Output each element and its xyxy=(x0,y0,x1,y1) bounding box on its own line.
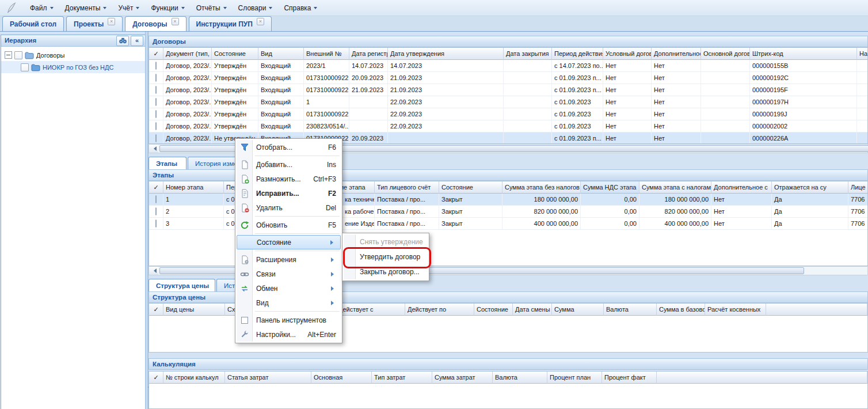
menu-item-extensions[interactable]: Расширения xyxy=(237,252,341,267)
node-checkbox[interactable] xyxy=(14,51,22,59)
column-header[interactable]: Дата утверждения xyxy=(388,48,504,60)
row-checkbox[interactable] xyxy=(155,219,157,228)
row-checkbox[interactable] xyxy=(155,86,157,94)
column-header[interactable]: Тип лицевого счёт xyxy=(375,181,439,194)
column-header[interactable]: № строки калькул xyxy=(163,372,225,384)
table-row[interactable]: Договор, 2023/...УтверждёнВходящий2023/1… xyxy=(149,60,867,72)
column-header[interactable]: Состояние xyxy=(474,304,513,316)
row-checkbox[interactable] xyxy=(155,122,157,130)
menu-help[interactable]: Справка xyxy=(278,2,323,14)
menu-item-settings[interactable]: Настройки... Alt+Enter xyxy=(237,327,341,342)
column-header[interactable]: Расчёт косвенных xyxy=(705,304,766,316)
menu-item-refresh[interactable]: Обновить F5 xyxy=(237,218,341,232)
table-row[interactable]: Договор, 2023/...УтверждёнВходящий122.09… xyxy=(149,96,867,108)
menu-item-filter[interactable]: Отобрать... F6 xyxy=(237,140,341,154)
menu-item-links[interactable]: Связи xyxy=(237,267,341,281)
menu-file[interactable]: Файл xyxy=(24,2,59,14)
tab-instructions-pup[interactable]: Инструкции ПУП xyxy=(189,16,272,31)
row-checkbox[interactable] xyxy=(155,74,157,82)
scroll-left-button[interactable] xyxy=(149,267,158,275)
column-header[interactable]: Налог xyxy=(857,48,868,60)
menu-reports[interactable]: Отчёты xyxy=(191,2,233,14)
close-icon[interactable] xyxy=(172,18,179,25)
menu-item-edit[interactable]: Исправить... F2 xyxy=(237,186,341,200)
check-column-header[interactable]: ✓ xyxy=(149,181,163,194)
column-header[interactable]: Валюта xyxy=(604,304,657,316)
menubar: Файл Документы Учёт Функции Отчёты Слова… xyxy=(0,0,868,16)
check-column-header[interactable]: ✓ xyxy=(149,372,163,384)
column-header[interactable]: Статья затрат xyxy=(225,372,311,384)
column-header[interactable]: Вид цены xyxy=(163,304,225,316)
column-header[interactable]: Действует с xyxy=(336,304,405,316)
row-checkbox[interactable] xyxy=(155,110,157,118)
column-header[interactable]: Процент факт xyxy=(602,372,657,384)
row-checkbox[interactable] xyxy=(155,207,157,215)
column-header[interactable]: Дата закрытия xyxy=(504,48,552,60)
menu-item-view[interactable]: Вид xyxy=(237,296,341,310)
close-icon[interactable] xyxy=(108,18,115,25)
column-header[interactable]: Отражается на су xyxy=(772,181,848,194)
menu-functions[interactable]: Функции xyxy=(145,2,190,14)
column-header[interactable]: Действует по xyxy=(405,304,474,316)
column-header[interactable]: Валюта xyxy=(493,372,547,384)
column-header[interactable]: Внешний № xyxy=(304,48,349,60)
tab-price-structure[interactable]: Структура цены xyxy=(149,279,215,292)
table-row[interactable]: Договор, 2023/...УтверждёнВходящий017310… xyxy=(149,108,867,120)
column-header[interactable]: Дата регистрации. xyxy=(349,48,388,60)
column-header-sorted[interactable]: Сумма НДС этапа xyxy=(581,181,639,194)
row-checkbox[interactable] xyxy=(155,134,157,142)
tree-node-niokr[interactable]: НИОКР по ГОЗ без НДС xyxy=(1,61,145,73)
column-header[interactable]: Процент план xyxy=(547,372,602,384)
column-header[interactable]: Состояние xyxy=(212,48,258,60)
tree-node-contracts[interactable]: Договоры xyxy=(1,49,145,61)
menu-accounting[interactable]: Учёт xyxy=(112,2,145,14)
row-checkbox[interactable] xyxy=(155,195,157,203)
column-header[interactable]: Дата смены состоя xyxy=(513,304,552,316)
column-header[interactable]: Тип затрат xyxy=(372,372,432,384)
column-header[interactable]: Сумма этапа с налогами xyxy=(639,181,711,194)
column-header[interactable]: Условный договор xyxy=(603,48,652,60)
column-header[interactable]: Вид xyxy=(258,48,304,60)
column-header[interactable]: Документ (тип, № xyxy=(163,48,212,60)
menu-item-exchange[interactable]: Обмен xyxy=(237,281,341,296)
column-header[interactable]: Состояние xyxy=(439,181,502,194)
table-row[interactable]: Договор, 2023/...УтверждёнВходящий230823… xyxy=(149,120,867,132)
search-button[interactable] xyxy=(116,36,129,46)
close-icon[interactable] xyxy=(257,18,264,25)
table-row[interactable]: Договор, 2023/...УтверждёнВходящий017310… xyxy=(149,84,867,96)
collapse-panel-button[interactable] xyxy=(131,36,143,46)
menu-item-duplicate[interactable]: Размножить... Ctrl+F3 xyxy=(237,172,341,186)
column-header[interactable]: Дополнительное с xyxy=(711,181,772,194)
tab-desktop[interactable]: Рабочий стол xyxy=(2,16,64,31)
column-header[interactable]: Штрих-код xyxy=(750,48,857,60)
scroll-left-button[interactable] xyxy=(149,145,158,153)
column-header[interactable]: Основной договор xyxy=(701,48,750,60)
collapse-node-icon[interactable] xyxy=(5,51,12,59)
column-header[interactable]: Сумма затрат xyxy=(432,372,493,384)
submenu-item-approve-contract[interactable]: Утвердить договор xyxy=(344,249,428,264)
column-header[interactable]: Дополнительное с xyxy=(652,48,701,60)
menu-item-add[interactable]: Добавить... Ins xyxy=(237,157,341,172)
menu-dictionaries[interactable]: Словари xyxy=(233,2,279,14)
menu-item-state[interactable]: Состояние xyxy=(237,235,341,249)
column-header[interactable]: Основная xyxy=(311,372,372,384)
menu-item-toolbar[interactable]: Панель инструментов xyxy=(237,313,341,327)
tab-contracts[interactable]: Договоры xyxy=(125,16,186,31)
column-header[interactable]: Номер этапа xyxy=(163,181,224,194)
column-header[interactable]: Сумма в базовой в xyxy=(657,304,705,316)
menu-item-delete[interactable]: Удалить Del xyxy=(237,200,341,215)
column-header[interactable]: Период действия.. xyxy=(552,48,603,60)
tab-stages[interactable]: Этапы xyxy=(149,157,186,170)
check-column-header[interactable]: ✓ xyxy=(149,48,163,60)
row-checkbox[interactable] xyxy=(155,98,157,106)
row-checkbox[interactable] xyxy=(155,62,157,70)
check-column-header[interactable]: ✓ xyxy=(149,304,163,316)
submenu-item-close-contract[interactable]: Закрыть договор... xyxy=(344,264,428,279)
column-header[interactable]: Сумма этапа без налогов xyxy=(502,181,581,194)
node-checkbox[interactable] xyxy=(21,63,29,71)
menu-documents[interactable]: Документы xyxy=(59,2,113,14)
table-row[interactable]: Договор, 2023/...УтверждёнВходящий017310… xyxy=(149,72,867,84)
column-header[interactable]: Лице xyxy=(848,181,868,194)
column-header[interactable]: Сумма xyxy=(552,304,604,316)
tab-projects[interactable]: Проекты xyxy=(66,16,123,31)
